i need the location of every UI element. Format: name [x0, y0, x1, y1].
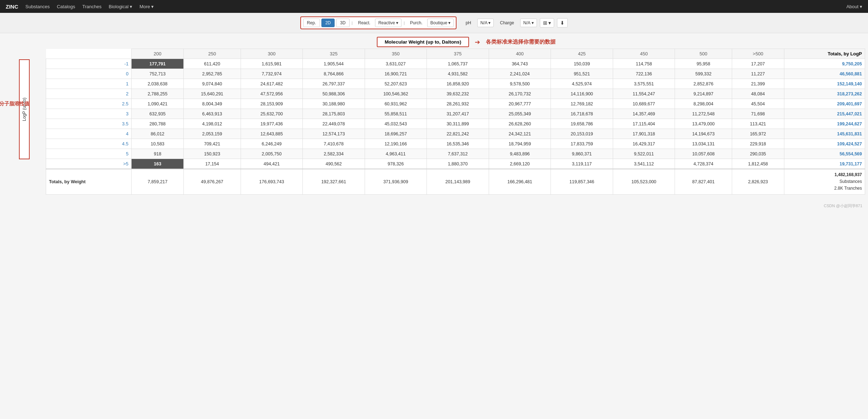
cell-r8-c6[interactable]: 18,794,959 — [489, 139, 551, 149]
cell-r5-c1[interactable]: 6,463,913 — [184, 109, 241, 119]
cell-r6-c2[interactable]: 19,977,436 — [241, 119, 303, 129]
cell-r7-c6[interactable]: 24,342,121 — [489, 129, 551, 139]
cell-r7-c10[interactable]: 165,972 — [732, 129, 784, 139]
cell-r5-c0[interactable]: 632,935 — [132, 109, 184, 119]
cell-r3-c6[interactable]: 26,170,732 — [489, 89, 551, 99]
cell-r5-c9[interactable]: 11,272,548 — [675, 109, 732, 119]
cell-r1-c0[interactable]: 752,713 — [132, 69, 184, 79]
cell-r1-c10[interactable]: 11,227 — [732, 69, 784, 79]
cell-r5-c7[interactable]: 16,718,678 — [551, 109, 613, 119]
cell-r2-c9[interactable]: 2,852,876 — [675, 79, 732, 89]
row-label-3[interactable]: 3 — [46, 109, 132, 119]
cell-r8-c10[interactable]: 229,918 — [732, 139, 784, 149]
cell-r10-c10[interactable]: 1,812,458 — [732, 159, 784, 169]
cell-r8-c3[interactable]: 7,410,678 — [303, 139, 365, 149]
cell-r3-c9[interactable]: 9,214,897 — [675, 89, 732, 99]
row-label-3.5[interactable]: 3.5 — [46, 119, 132, 129]
row-label->5[interactable]: >5 — [46, 159, 132, 169]
cell-r0-c5[interactable]: 1,065,737 — [427, 59, 489, 69]
nav-about[interactable]: About ▾ — [846, 4, 862, 9]
cell-r1-c4[interactable]: 16,900,721 — [365, 69, 427, 79]
cell-r3-c4[interactable]: 100,546,362 — [365, 89, 427, 99]
cell-r6-c9[interactable]: 13,479,000 — [675, 119, 732, 129]
cell-r1-c8[interactable]: 722,136 — [613, 69, 675, 79]
ph-na-dropdown[interactable]: N/A ▾ — [477, 19, 494, 27]
cell-r10-c3[interactable]: 490,562 — [303, 159, 365, 169]
cell-r2-c5[interactable]: 16,858,920 — [427, 79, 489, 89]
row-label-5[interactable]: 5 — [46, 149, 132, 159]
cell-r6-c7[interactable]: 19,658,786 — [551, 119, 613, 129]
cell-r6-c6[interactable]: 26,628,260 — [489, 119, 551, 129]
cell-r2-c6[interactable]: 9,578,500 — [489, 79, 551, 89]
cell-r5-c10[interactable]: 71,698 — [732, 109, 784, 119]
cell-r4-c11[interactable]: 209,401,697 — [784, 99, 865, 109]
cell-r4-c8[interactable]: 10,689,677 — [613, 99, 675, 109]
cell-r7-c5[interactable]: 22,821,242 — [427, 129, 489, 139]
2d-button[interactable]: 2D — [321, 19, 335, 27]
reactive-dropdown[interactable]: Reactive ▾ — [375, 19, 401, 27]
cell-r2-c11[interactable]: 152,149,140 — [784, 79, 865, 89]
cell-r2-c10[interactable]: 21,399 — [732, 79, 784, 89]
cell-r10-c8[interactable]: 3,541,112 — [613, 159, 675, 169]
cell-r4-c2[interactable]: 28,153,909 — [241, 99, 303, 109]
cell-r4-c10[interactable]: 45,504 — [732, 99, 784, 109]
cell-r7-c2[interactable]: 12,643,885 — [241, 129, 303, 139]
cell-r2-c2[interactable]: 24,617,482 — [241, 79, 303, 89]
cell-r2-c1[interactable]: 9,074,840 — [184, 79, 241, 89]
cell-r9-c0[interactable]: 918 — [132, 149, 184, 159]
nav-substances[interactable]: Substances — [25, 4, 50, 9]
cell-r8-c5[interactable]: 16,535,346 — [427, 139, 489, 149]
cell-r10-c1[interactable]: 17,154 — [184, 159, 241, 169]
cell-r3-c5[interactable]: 39,632,232 — [427, 89, 489, 99]
cell-r10-c5[interactable]: 1,880,370 — [427, 159, 489, 169]
cell-r3-c8[interactable]: 11,554,247 — [613, 89, 675, 99]
nav-biological[interactable]: Biological ▾ — [109, 4, 132, 9]
cell-r3-c3[interactable]: 50,988,306 — [303, 89, 365, 99]
cell-r3-c2[interactable]: 47,572,956 — [241, 89, 303, 99]
cell-r9-c6[interactable]: 9,483,896 — [489, 149, 551, 159]
nav-more[interactable]: More ▾ — [139, 4, 154, 9]
cell-r1-c9[interactable]: 599,332 — [675, 69, 732, 79]
cell-r10-c2[interactable]: 494,421 — [241, 159, 303, 169]
cell-r7-c3[interactable]: 12,574,173 — [303, 129, 365, 139]
cell-r4-c6[interactable]: 20,967,777 — [489, 99, 551, 109]
cell-r8-c8[interactable]: 16,429,317 — [613, 139, 675, 149]
boutique-dropdown[interactable]: Boutique ▾ — [427, 19, 454, 27]
cell-r10-c9[interactable]: 4,728,374 — [675, 159, 732, 169]
cell-r1-c1[interactable]: 2,952,785 — [184, 69, 241, 79]
cell-r9-c3[interactable]: 2,582,334 — [303, 149, 365, 159]
cell-r9-c1[interactable]: 150,923 — [184, 149, 241, 159]
download-button[interactable]: ⬇ — [557, 18, 568, 28]
row-label-4.5[interactable]: 4.5 — [46, 139, 132, 149]
cell-r5-c5[interactable]: 31,207,417 — [427, 109, 489, 119]
cell-r4-c4[interactable]: 60,931,962 — [365, 99, 427, 109]
cell-r0-c2[interactable]: 1,615,981 — [241, 59, 303, 69]
cell-r10-c7[interactable]: 3,119,117 — [551, 159, 613, 169]
cell-r1-c6[interactable]: 2,241,024 — [489, 69, 551, 79]
cell-r0-c7[interactable]: 150,039 — [551, 59, 613, 69]
cell-r4-c5[interactable]: 28,261,932 — [427, 99, 489, 109]
cell-r0-c9[interactable]: 95,958 — [675, 59, 732, 69]
cell-r5-c2[interactable]: 25,632,700 — [241, 109, 303, 119]
charge-na-dropdown[interactable]: N/A ▾ — [520, 19, 537, 27]
cell-r8-c4[interactable]: 12,190,166 — [365, 139, 427, 149]
row-label-2[interactable]: 2 — [46, 89, 132, 99]
cell-r5-c8[interactable]: 14,357,469 — [613, 109, 675, 119]
cell-r6-c10[interactable]: 113,421 — [732, 119, 784, 129]
cell-r9-c2[interactable]: 2,005,750 — [241, 149, 303, 159]
cell-r2-c4[interactable]: 52,207,623 — [365, 79, 427, 89]
cell-r5-c11[interactable]: 215,447,021 — [784, 109, 865, 119]
cell-r6-c8[interactable]: 17,115,404 — [613, 119, 675, 129]
cell-r3-c0[interactable]: 2,788,255 — [132, 89, 184, 99]
rep-button[interactable]: Rep. — [303, 19, 320, 27]
row-label-0[interactable]: 0 — [46, 69, 132, 79]
cell-r7-c8[interactable]: 17,901,318 — [613, 129, 675, 139]
cell-r8-c2[interactable]: 6,246,249 — [241, 139, 303, 149]
row-label-1[interactable]: 1 — [46, 79, 132, 89]
cell-r1-c3[interactable]: 8,764,866 — [303, 69, 365, 79]
cell-r6-c5[interactable]: 30,311,899 — [427, 119, 489, 129]
cell-r4-c1[interactable]: 8,004,349 — [184, 99, 241, 109]
cell-r0-c3[interactable]: 1,905,544 — [303, 59, 365, 69]
cell-r0-c8[interactable]: 114,758 — [613, 59, 675, 69]
cell-r9-c8[interactable]: 9,522,011 — [613, 149, 675, 159]
